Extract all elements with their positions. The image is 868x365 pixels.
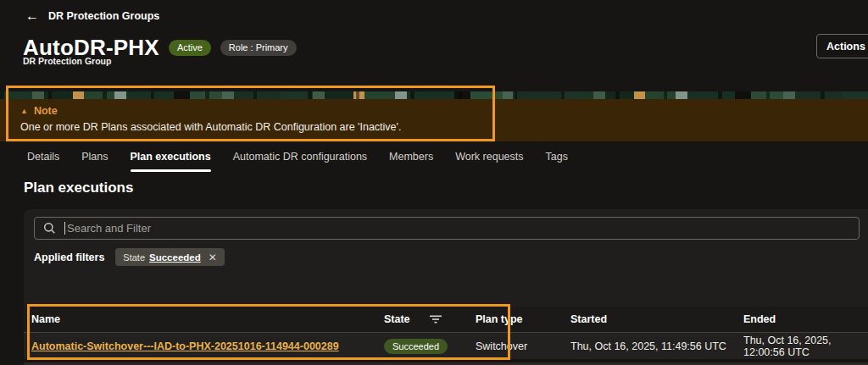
section-heading: Plan executions (24, 180, 133, 196)
tab-members[interactable]: Members (378, 146, 444, 174)
column-header-ended: Ended (743, 313, 868, 325)
status-badge: Active (169, 40, 211, 56)
plan-executions-table: Name State Plan type Started Ended Autom… (24, 307, 868, 365)
tab-plan-executions-label: Plan executions (131, 151, 211, 163)
text-caret (64, 222, 65, 235)
banner-texture-strip (0, 91, 868, 99)
plan-execution-link[interactable]: Automatic-Switchover---IAD-to-PHX-202510… (31, 340, 339, 352)
table-row: Automatic-Switchover---IAD-to-PHX-202510… (24, 333, 868, 359)
tab-plans[interactable]: Plans (70, 146, 119, 174)
ended-cell: Thu, Oct 16, 2025, 12:00:56 UTC (743, 335, 868, 358)
tab-plan-executions[interactable]: Plan executions (120, 146, 222, 174)
filter-chip[interactable]: State Succeeded ✕ (115, 248, 224, 266)
plan-type-cell: Switchover (476, 340, 570, 352)
search-input[interactable]: Search and Filter (34, 217, 860, 240)
column-filter-icon[interactable] (430, 315, 442, 324)
tab-details[interactable]: Details (16, 146, 70, 174)
note-message: One or more DR Plans associated with Aut… (20, 121, 868, 133)
tab-automatic-dr-configurations[interactable]: Automatic DR configurations (222, 146, 378, 174)
dr-protection-group-page: { "header": { "breadcrumb": "DR Protecti… (0, 0, 868, 365)
filter-chip-value: Succeeded (149, 252, 201, 263)
search-icon (43, 222, 56, 235)
resource-type-label: DR Protection Group (23, 56, 111, 66)
applied-filters-label: Applied filters (34, 252, 104, 263)
tab-bar: Details Plans Plan executions Automatic … (16, 146, 579, 174)
tab-tags[interactable]: Tags (535, 146, 579, 174)
column-header-started: Started (570, 313, 743, 325)
filter-chip-remove-icon[interactable]: ✕ (209, 252, 217, 263)
active-tab-underline (131, 169, 211, 172)
applied-filters-row: Applied filters State Succeeded ✕ (34, 248, 225, 266)
column-header-state: State (384, 313, 476, 325)
plan-executions-panel: Search and Filter Applied filters State … (24, 209, 868, 365)
role-badge: Role : Primary (220, 40, 297, 56)
search-placeholder: Search and Filter (67, 222, 151, 235)
column-header-plan-type: Plan type (476, 313, 570, 325)
breadcrumb-row: ← DR Protection Groups (25, 9, 159, 23)
started-cell: Thu, Oct 16, 2025, 11:49:56 UTC (570, 340, 743, 352)
back-arrow-icon[interactable]: ← (25, 9, 39, 23)
tab-work-requests[interactable]: Work requests (444, 146, 534, 174)
table-header-row: Name State Plan type Started Ended (24, 307, 868, 333)
breadcrumb[interactable]: DR Protection Groups (48, 10, 159, 22)
actions-button[interactable]: Actions (816, 34, 868, 58)
column-header-name: Name (24, 313, 384, 325)
note-banner-body: ▲ Note One or more DR Plans associated w… (0, 99, 868, 141)
note-banner: ▲ Note One or more DR Plans associated w… (0, 91, 868, 141)
filter-chip-field: State (123, 252, 145, 263)
column-header-state-label: State (384, 313, 410, 325)
warning-icon: ▲ (20, 108, 28, 115)
state-badge: Succeeded (384, 339, 448, 354)
note-title: Note (34, 105, 58, 117)
actions-button-label: Actions (826, 41, 865, 53)
